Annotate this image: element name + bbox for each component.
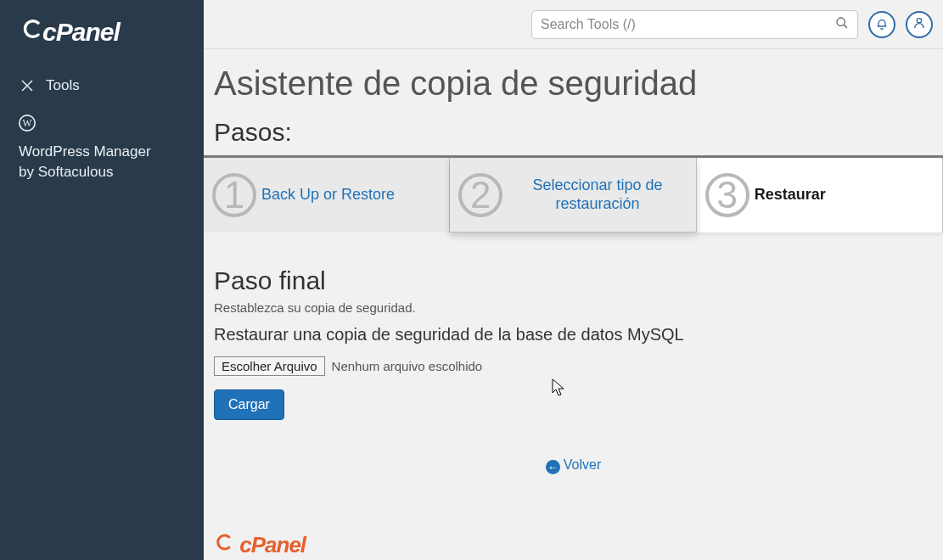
steps-heading: Pasos: <box>204 118 943 155</box>
file-chooser-row: Escolher Arquivo Nenhum arquivo escolhid… <box>214 356 933 376</box>
svg-point-4 <box>917 18 921 22</box>
cpanel-glyph-icon <box>20 17 44 47</box>
main-content: Asistente de copia de seguridad Pasos: 1… <box>204 0 943 560</box>
wordpress-icon: W <box>19 115 36 132</box>
step-label: Restaurar <box>755 186 826 204</box>
svg-line-3 <box>844 25 847 28</box>
search-tools[interactable] <box>531 10 858 39</box>
final-subtext: Restablezca su copia de seguridad. <box>214 300 933 315</box>
tools-icon <box>19 77 36 94</box>
page-title: Asistente de copia de seguridad <box>204 64 943 118</box>
final-step-section: Paso final Restablezca su copia de segur… <box>204 232 943 473</box>
step-number-icon: 2 <box>458 173 502 217</box>
final-heading: Paso final <box>214 266 933 295</box>
wizard-steps: 1 Back Up or Restore 2 Seleccionar tipo … <box>204 155 943 232</box>
svg-text:W: W <box>22 118 31 129</box>
step-2[interactable]: 2 Seleccionar tipo de restauración <box>450 158 696 232</box>
step-1[interactable]: 1 Back Up or Restore <box>204 158 450 232</box>
notifications-button[interactable] <box>868 11 895 38</box>
upload-button[interactable]: Cargar <box>214 389 284 420</box>
user-account-button[interactable] <box>906 11 933 38</box>
cpanel-logo: cPanel <box>0 12 204 67</box>
step-number-icon: 3 <box>705 173 749 217</box>
back-row: ←Volver <box>214 457 933 473</box>
logo-text: cPanel <box>42 18 120 46</box>
file-status-text: Nenhum arquivo escolhido <box>332 359 483 373</box>
back-link-text: Volver <box>564 457 601 472</box>
footer-logo-text: cPanel <box>239 532 306 557</box>
user-icon <box>912 16 926 33</box>
sidebar-item-wordpress-manager[interactable]: W WordPress Manager by Softaculous <box>0 104 204 193</box>
sidebar-item-label: Tools <box>46 77 80 94</box>
search-input[interactable] <box>541 17 835 32</box>
svg-point-2 <box>837 18 845 25</box>
bell-icon <box>875 16 889 33</box>
search-icon[interactable] <box>835 16 849 33</box>
cpanel-footer-logo: cPanel <box>204 532 943 558</box>
choose-file-button[interactable]: Escolher Arquivo <box>214 356 325 376</box>
step-label: Back Up or Restore <box>261 186 395 204</box>
cpanel-glyph-icon <box>214 532 239 557</box>
step-3[interactable]: 3 Restaurar <box>697 158 943 232</box>
step-label: Seleccionar tipo de restauración <box>508 176 687 213</box>
sidebar-item-tools[interactable]: Tools <box>0 67 204 104</box>
topbar <box>204 0 943 49</box>
page-body: Asistente de copia de seguridad Pasos: 1… <box>204 49 943 558</box>
back-link[interactable]: ←Volver <box>546 457 601 472</box>
step-number-icon: 1 <box>212 173 256 217</box>
arrow-left-circle-icon: ← <box>546 460 560 474</box>
sidebar: cPanel Tools W WordPress Manager by Soft… <box>0 0 204 560</box>
restore-subtitle: Restaurar una copia de seguridad de la b… <box>214 325 933 344</box>
sidebar-item-label: WordPress Manager by Softaculous <box>19 142 161 182</box>
